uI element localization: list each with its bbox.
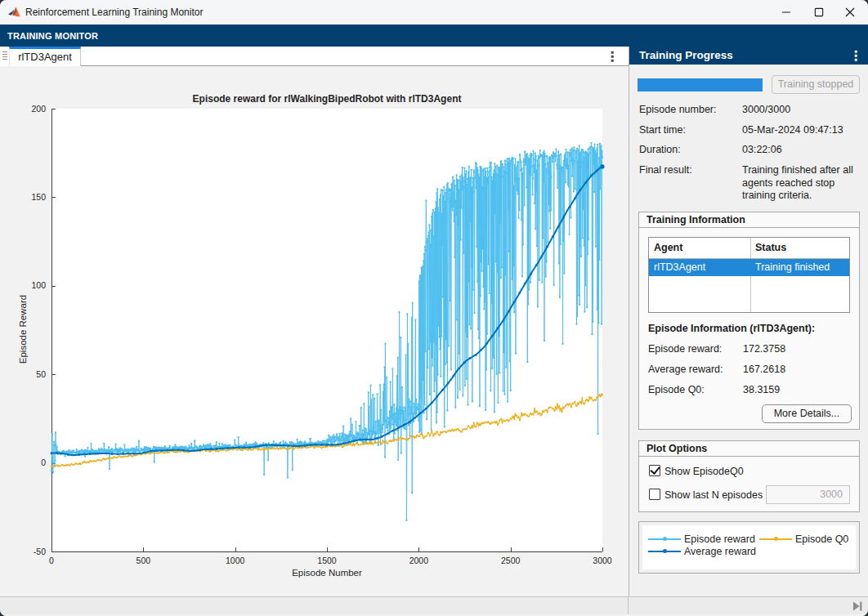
divider xyxy=(639,456,859,457)
title-bar: Reinforcement Learning Training Monitor xyxy=(0,0,868,25)
tab-rltd3agent[interactable]: rlTD3Agent xyxy=(9,47,81,66)
matlab-logo-icon xyxy=(8,7,20,18)
more-details-button[interactable]: More Details... xyxy=(762,404,852,423)
legend-line-episode-q0 xyxy=(759,538,792,540)
vertical-dots-icon xyxy=(855,51,857,61)
cell-agent: rlTD3Agent xyxy=(654,259,705,275)
svg-text:1500: 1500 xyxy=(317,556,337,565)
field-label: Final result: xyxy=(639,164,692,176)
legend-line-episode-reward xyxy=(648,538,681,540)
legend-row: Average reward xyxy=(642,545,856,557)
x-axis-label: Episode Number xyxy=(51,568,602,578)
progress-bar-fill xyxy=(638,78,763,92)
legend-entry-episode-reward: Episode reward xyxy=(648,533,759,545)
column-header-status: Status xyxy=(755,238,786,258)
svg-text:0: 0 xyxy=(49,556,54,565)
field-label: Duration: xyxy=(639,144,681,155)
plot-title: Episode reward for rlWalkingBipedRobot w… xyxy=(51,93,602,105)
column-header-agent: Agent xyxy=(654,238,682,258)
skip-to-end-icon[interactable] xyxy=(853,601,862,611)
episode-field-label: Average reward: xyxy=(648,364,723,375)
legend-entry-episode-q0: Episode Q0 xyxy=(759,533,848,545)
show-episodeq0-label: Show EpisodeQ0 xyxy=(664,466,744,477)
reward-chart[interactable]: 050010001500200025003000-50050100150200 xyxy=(0,67,629,596)
panel-title: Training Progress xyxy=(639,47,733,65)
training-information-group: Training Information Agent Status rlTD3A… xyxy=(638,212,860,430)
legend-row: Episode reward Episode Q0 xyxy=(642,533,856,545)
svg-text:3000: 3000 xyxy=(593,556,612,565)
agent-status-table[interactable]: Agent Status rlTD3Agent Training finishe… xyxy=(648,237,850,313)
svg-text:500: 500 xyxy=(136,556,151,565)
field-label: Start time: xyxy=(639,124,686,136)
n-episodes-input[interactable]: 3000 xyxy=(766,485,850,504)
panel-menu-button[interactable] xyxy=(849,47,862,65)
status-bar xyxy=(0,596,868,614)
y-axis-label: Episode Reward xyxy=(18,288,28,370)
episode-field-value: 38.3159 xyxy=(743,384,780,395)
cell-status: Training finished xyxy=(755,259,830,275)
show-last-n-episodes-checkbox[interactable] xyxy=(649,489,660,500)
episode-field-label: Episode Q0: xyxy=(648,384,705,395)
field-value: 05-Mar-2024 09:47:13 xyxy=(742,124,853,137)
vertical-dots-icon xyxy=(611,51,614,62)
document-area: rlTD3Agent 050010001500200025003000-5005… xyxy=(0,47,629,596)
statusbar-divider xyxy=(628,597,629,614)
episode-field-label: Episode reward: xyxy=(648,343,722,355)
episode-field-value: 172.3758 xyxy=(743,343,785,355)
legend-line-average-reward xyxy=(648,551,681,552)
panel-header: Training Progress xyxy=(629,47,868,65)
legend-entry-average-reward: Average reward xyxy=(648,546,756,557)
show-episodeq0-checkbox[interactable] xyxy=(649,465,660,476)
svg-text:2500: 2500 xyxy=(501,556,521,565)
tab-label: rlTD3Agent xyxy=(10,49,80,65)
svg-text:50: 50 xyxy=(36,369,46,379)
episode-information-title: Episode Information (rlTD3Agent): xyxy=(648,323,815,334)
legend-label-episode-reward: Episode reward xyxy=(684,533,759,545)
show-last-n-episodes-label: Show last N episodes xyxy=(664,489,763,501)
training-progress-panel: Training Progress Training stopped Episo… xyxy=(629,47,868,596)
plot-options-title: Plot Options xyxy=(647,442,707,456)
app-window: Reinforcement Learning Training Monitor … xyxy=(0,0,868,616)
panel-body: Training stopped Episode number:3000/300… xyxy=(629,65,868,596)
field-value: Training finished after all agents reach… xyxy=(742,164,853,203)
legend-box: Episode reward Episode Q0 Average reward xyxy=(638,521,860,574)
legend-label-average-reward: Average reward xyxy=(684,546,756,557)
svg-text:0: 0 xyxy=(41,458,46,467)
training-information-title: Training Information xyxy=(647,213,745,227)
divider xyxy=(639,227,859,228)
plot-options-group: Plot Options Show EpisodeQ0 Show last N … xyxy=(638,440,860,512)
legend-label-episode-q0: Episode Q0 xyxy=(795,533,848,545)
table-header-row: Agent Status xyxy=(649,238,849,259)
legend-inner: Episode reward Episode Q0 Average reward xyxy=(642,525,856,569)
tab-drag-handle[interactable] xyxy=(0,47,9,66)
table-row-selected[interactable]: rlTD3Agent Training finished xyxy=(649,259,849,276)
maximize-button[interactable] xyxy=(803,0,835,25)
field-value: 03:22:06 xyxy=(742,144,853,157)
training-stopped-button[interactable]: Training stopped xyxy=(772,75,860,94)
svg-text:150: 150 xyxy=(31,192,46,202)
minimize-button[interactable] xyxy=(770,0,803,25)
grip-icon xyxy=(2,51,7,61)
close-button[interactable] xyxy=(834,0,866,25)
field-label: Episode number: xyxy=(639,104,717,115)
episode-field-value: 167.2618 xyxy=(743,364,785,375)
svg-text:100: 100 xyxy=(31,280,46,290)
svg-text:1000: 1000 xyxy=(226,556,245,565)
training-progress-bar xyxy=(638,78,763,92)
toolstrip: TRAINING MONITOR xyxy=(0,25,868,47)
svg-text:-50: -50 xyxy=(34,547,46,556)
figure-area: 050010001500200025003000-50050100150200 … xyxy=(0,67,629,596)
svg-text:2000: 2000 xyxy=(409,556,429,565)
document-menu-button[interactable] xyxy=(606,47,619,66)
svg-text:200: 200 xyxy=(31,104,46,114)
field-value: 3000/3000 xyxy=(742,104,853,117)
window-title: Reinforcement Learning Training Monitor xyxy=(25,0,203,25)
document-tabstrip: rlTD3Agent xyxy=(0,47,629,66)
toolstrip-tab-training-monitor[interactable]: TRAINING MONITOR xyxy=(7,25,98,47)
